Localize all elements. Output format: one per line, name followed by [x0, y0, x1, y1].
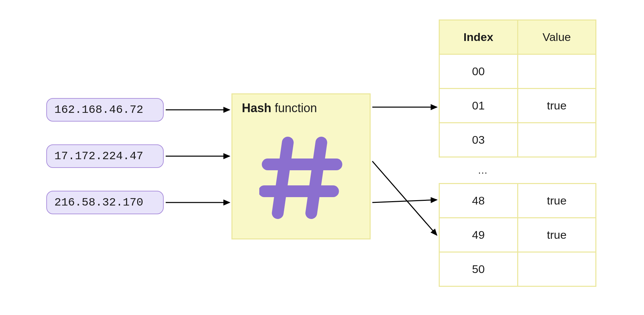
table-ellipsis: …: [478, 165, 488, 176]
cell-index: 03: [439, 123, 518, 157]
hash-title-rest: function: [271, 101, 317, 115]
hash-table-bottom: 48 true 49 true 50: [439, 183, 596, 287]
cell-index: 50: [439, 252, 518, 286]
table-header-index: Index: [439, 20, 518, 54]
input-ip-pill-1: 162.168.46.72: [46, 98, 164, 122]
table-header-value: Value: [518, 20, 596, 54]
table-row: 50: [439, 252, 596, 286]
svg-line-0: [278, 142, 288, 213]
arrow-hash-to-index49: [372, 161, 437, 235]
cell-index: 48: [439, 184, 518, 218]
table-header-row: Index Value: [439, 20, 596, 54]
hash-function-box: Hash function: [231, 93, 371, 239]
input-ip-text: 162.168.46.72: [54, 103, 143, 116]
cell-value: true: [518, 184, 596, 218]
svg-line-1: [311, 142, 321, 213]
table-row: 00: [439, 54, 596, 89]
input-ip-pill-3: 216.58.32.170: [46, 191, 164, 214]
hash-title-bold: Hash: [242, 101, 271, 115]
input-ip-text: 216.58.32.170: [54, 196, 143, 209]
cell-index: 49: [439, 218, 518, 252]
cell-value: [518, 54, 596, 89]
input-ip-text: 17.172.224.47: [54, 150, 143, 163]
cell-value: [518, 252, 596, 286]
hash-table-top: Index Value 00 01 true 03: [439, 19, 596, 158]
cell-value: true: [518, 218, 596, 252]
cell-index: 00: [439, 54, 518, 89]
hash-icon: [259, 136, 343, 220]
table-row: 48 true: [439, 184, 596, 218]
arrow-hash-to-index48: [372, 200, 437, 203]
hash-function-title: Hash function: [242, 101, 360, 115]
input-ip-pill-2: 17.172.224.47: [46, 144, 164, 168]
table-row: 01 true: [439, 89, 596, 123]
table-row: 49 true: [439, 218, 596, 252]
cell-value: [518, 123, 596, 157]
cell-index: 01: [439, 89, 518, 123]
table-row: 03: [439, 123, 596, 157]
cell-value: true: [518, 89, 596, 123]
